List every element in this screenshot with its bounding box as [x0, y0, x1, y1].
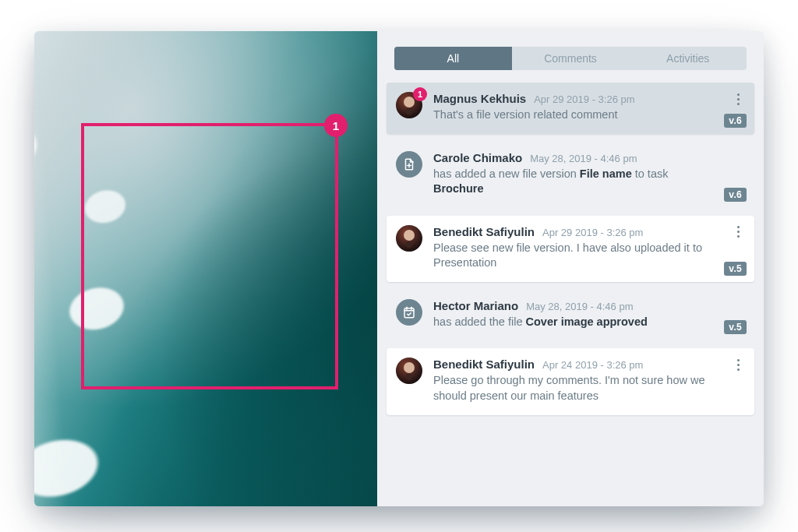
version-badge: v.5: [724, 320, 747, 334]
feed-item: Carole Chimako May 28, 2019 - 4:46 pm ha…: [387, 142, 754, 208]
feed-tabs: All Comments Activities: [394, 47, 747, 70]
item-menu-button[interactable]: [729, 354, 747, 375]
feed-item[interactable]: Benedikt Safiyulin Apr 24 2019 - 3:26 pm…: [387, 348, 754, 414]
timestamp: Apr 24 2019 - 3:26 pm: [542, 359, 643, 371]
file-plus-icon: [396, 151, 422, 178]
avatar: [396, 225, 422, 252]
item-menu-button[interactable]: [729, 222, 747, 242]
annotation-badge: 1: [324, 114, 348, 137]
author-name: Benedikt Safiyulin: [433, 358, 535, 371]
feed-item[interactable]: Benedikt Safiyulin Apr 29 2019 - 3:26 pm…: [387, 216, 754, 282]
tab-comments[interactable]: Comments: [512, 47, 630, 70]
activity-panel: All Comments Activities 1 Magnus Kekhuis…: [377, 31, 764, 506]
comment-body: Please go through my comments. I'm not s…: [433, 373, 717, 403]
avatar-badge: 1: [413, 87, 427, 101]
author-name: Magnus Kekhuis: [433, 92, 526, 105]
version-badge: v.6: [724, 114, 747, 128]
feed-item[interactable]: 1 Magnus Kekhuis Apr 29 2019 - 3:26 pm T…: [387, 83, 754, 134]
tab-activities[interactable]: Activities: [629, 47, 747, 70]
avatar: 1: [396, 92, 422, 118]
comment-body: That's a file version related comment: [433, 107, 717, 123]
item-menu-button[interactable]: [729, 89, 747, 109]
image-preview[interactable]: 1: [34, 31, 377, 506]
timestamp: May 28, 2019 - 4:46 pm: [530, 153, 637, 164]
activity-body: has added a new file version File name t…: [433, 167, 717, 197]
timestamp: Apr 29 2019 - 3:26 pm: [534, 93, 634, 105]
tab-all[interactable]: All: [394, 47, 512, 70]
app-window: 1 All Comments Activities 1 Magnus Kekhu…: [34, 31, 764, 506]
activity-body: has added the file Cover image approved: [433, 315, 717, 330]
calendar-check-icon: [396, 299, 422, 326]
author-name: Carole Chimako: [433, 151, 522, 164]
timestamp: Apr 29 2019 - 3:26 pm: [542, 227, 643, 238]
version-badge: v.5: [724, 262, 747, 276]
version-badge: v.6: [724, 188, 747, 202]
comment-body: Please see new file version. I have also…: [433, 241, 717, 271]
author-name: Hector Mariano: [433, 299, 518, 312]
annotation-rectangle[interactable]: 1: [81, 123, 338, 389]
avatar: [396, 358, 422, 384]
author-name: Benedikt Safiyulin: [433, 225, 535, 238]
feed-list: 1 Magnus Kekhuis Apr 29 2019 - 3:26 pm T…: [377, 83, 764, 506]
svg-rect-0: [404, 308, 414, 318]
timestamp: May 28, 2019 - 4:46 pm: [526, 301, 633, 312]
feed-item: Hector Mariano May 28, 2019 - 4:46 pm ha…: [387, 290, 754, 341]
